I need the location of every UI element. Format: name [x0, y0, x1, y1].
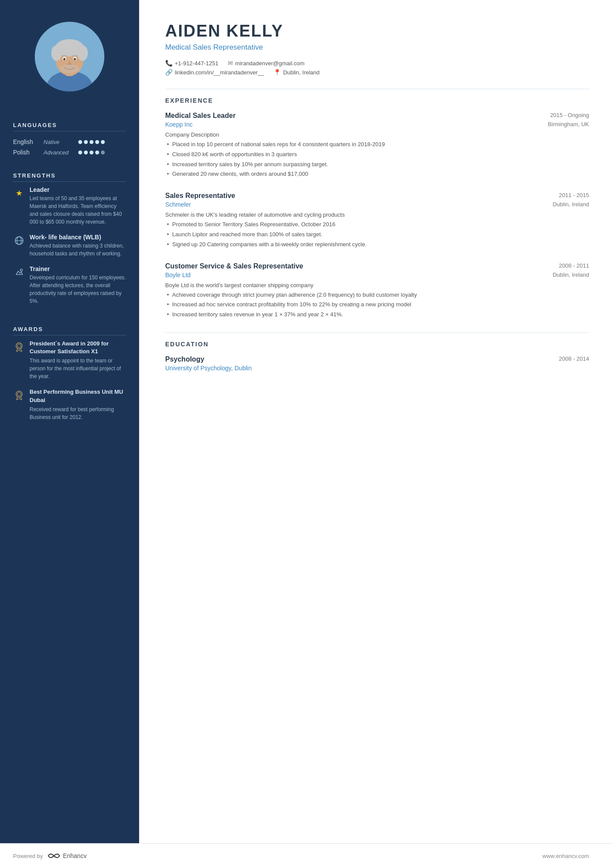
dot [90, 151, 93, 154]
exp-bullets-2: Promoted to Senior Territory Sales Repre… [165, 220, 589, 249]
footer-website: www.enhancv.com [543, 853, 589, 859]
exp-bullet: Signed up 20 Catering companies with a b… [165, 240, 589, 249]
location-value: Dublin, Ireland [283, 69, 320, 76]
award-icon-1 [13, 341, 25, 353]
award-title: Best Performing Business Unit MU Dubai [30, 388, 126, 404]
edu-school-1: University of Psychology, Dublin [165, 365, 589, 372]
language-dots-english [78, 140, 105, 144]
awards-section-title: AWARDS [13, 326, 126, 335]
strengths-section-title: STRENGTHS [13, 172, 126, 182]
svg-point-10 [74, 58, 76, 60]
exp-desc-title-2: Schmeler is the UK's leading retailer of… [165, 211, 589, 218]
edu-degree-1: Psychology [165, 355, 204, 363]
strength-item-leader: ★ Leader Led teams of 50 and 35 employee… [13, 186, 126, 226]
brand-name: Enhancv [63, 852, 87, 859]
education-divider [165, 332, 589, 333]
language-level-english: Native [43, 139, 78, 145]
svg-point-15 [20, 269, 23, 271]
dot [101, 140, 105, 144]
dot [90, 140, 93, 144]
dot [95, 151, 99, 154]
exp-company-3: Boyle Ltd [165, 271, 190, 278]
contact-phone: 📞 +1-912-447-1251 [165, 60, 218, 67]
exp-dates-1: 2015 - Ongoing [550, 112, 589, 118]
svg-point-17 [17, 344, 21, 348]
education-item-1: Psychology 2008 - 2014 University of Psy… [165, 355, 589, 372]
svg-point-6 [77, 45, 88, 61]
strength-content: Work- life balance (WLB) Achieved balanc… [30, 234, 126, 258]
exp-header-2: Sales Representative 2011 - 2015 [165, 192, 589, 200]
main-content: AIDEN KELLY Medical Sales Representative… [139, 0, 613, 843]
dot [84, 151, 88, 154]
edu-dates-1: 2008 - 2014 [559, 355, 589, 363]
language-level-polish: Advanced [43, 149, 78, 156]
exp-desc-title-3: Boyle Ltd is the world's largest contain… [165, 282, 589, 288]
exp-bullet: Placed in top 10 percent of national sal… [165, 140, 589, 149]
strength-desc: Developed curriculum for 150 employees. … [30, 274, 126, 305]
strength-item-trainer: Trainer Developed curriculum for 150 emp… [13, 265, 126, 305]
exp-location-1: Birmingham, UK [548, 121, 589, 128]
exp-company-2: Schmeler [165, 201, 191, 208]
email-icon: ✉ [228, 60, 233, 67]
award-content: Best Performing Business Unit MU Dubai R… [30, 388, 126, 421]
exp-company-1: Koepp Inc [165, 121, 193, 128]
contact-location: 📍 Dublin, Ireland [273, 69, 320, 76]
exp-header-1: Medical Sales Leader 2015 - Ongoing [165, 112, 589, 120]
experience-item-3: Customer Service & Sales Representative … [165, 262, 589, 319]
exp-bullet: Increased ad hoc service contract profit… [165, 300, 589, 309]
contact-linkedin: 🔗 linkedin.com/in/__mirandadenver__ [165, 69, 264, 76]
exp-role-3: Customer Service & Sales Representative [165, 262, 303, 270]
strength-title: Trainer [30, 265, 126, 272]
trainer-icon [13, 266, 25, 278]
footer: Powered by Enhancv www.enhancv.com [0, 843, 613, 868]
exp-bullet: Closed 820 k€ worth of opportunities in … [165, 150, 589, 159]
star-icon: ★ [13, 187, 25, 199]
strength-desc: Led teams of 50 and 35 employees at Maer… [30, 194, 126, 226]
award-item-best-performing: Best Performing Business Unit MU Dubai R… [13, 388, 126, 421]
strength-content: Leader Led teams of 50 and 35 employees … [30, 186, 126, 226]
exp-bullet: Achieved coverage through strict journey… [165, 291, 589, 300]
exp-bullet: Launch Lipitor and reached more than 100… [165, 230, 589, 239]
linkedin-value: linkedin.com/in/__mirandadenver__ [175, 69, 264, 76]
award-desc: This award is appoint to the team or per… [30, 357, 126, 380]
candidate-title: Medical Sales Representative [165, 43, 589, 52]
balance-icon [13, 235, 25, 247]
award-desc: Received reward for best performing Busi… [30, 406, 126, 421]
exp-bullet: Increased territory sales by 10% per ann… [165, 160, 589, 169]
exp-company-row-3: Boyle Ltd Dublin, Ireland [165, 271, 589, 278]
dot [101, 151, 105, 154]
powered-by-label: Powered by [13, 853, 43, 859]
candidate-name: AIDEN KELLY [165, 22, 589, 40]
location-icon: 📍 [273, 69, 281, 76]
language-row-english: English Native [13, 138, 126, 145]
languages-section-title: LANGUAGES [13, 122, 126, 131]
dot [95, 140, 99, 144]
exp-company-row-1: Koepp Inc Birmingham, UK [165, 121, 589, 128]
svg-point-9 [63, 58, 66, 60]
exp-role-1: Medical Sales Leader [165, 112, 236, 120]
exp-header-3: Customer Service & Sales Representative … [165, 262, 589, 270]
svg-point-18 [16, 391, 22, 397]
dot [84, 140, 88, 144]
strength-content: Trainer Developed curriculum for 150 emp… [30, 265, 126, 305]
exp-bullets-3: Achieved coverage through strict journey… [165, 291, 589, 319]
edu-header-1: Psychology 2008 - 2014 [165, 355, 589, 363]
avatar [35, 22, 104, 91]
experience-item-2: Sales Representative 2011 - 2015 Schmele… [165, 192, 589, 249]
experience-divider [165, 89, 589, 89]
exp-bullet: Increased territory sales revenue in yea… [165, 310, 589, 319]
email-value: mirandadenver@gmail.com [235, 60, 304, 67]
exp-dates-2: 2011 - 2015 [559, 192, 589, 198]
language-name-english: English [13, 138, 43, 145]
language-name-polish: Polish [13, 149, 43, 156]
svg-point-11 [60, 64, 79, 73]
exp-location-3: Dublin, Ireland [553, 271, 589, 278]
exp-bullets-1: Placed in top 10 percent of national sal… [165, 140, 589, 179]
phone-value: +1-912-447-1251 [175, 60, 218, 67]
award-title: President´s Award in 2009 for Customer S… [30, 340, 126, 355]
language-row-polish: Polish Advanced [13, 149, 126, 156]
award-icon-2 [13, 389, 25, 401]
svg-point-5 [51, 45, 62, 61]
exp-dates-3: 2008 - 2011 [559, 262, 589, 269]
exp-role-2: Sales Representative [165, 192, 235, 200]
